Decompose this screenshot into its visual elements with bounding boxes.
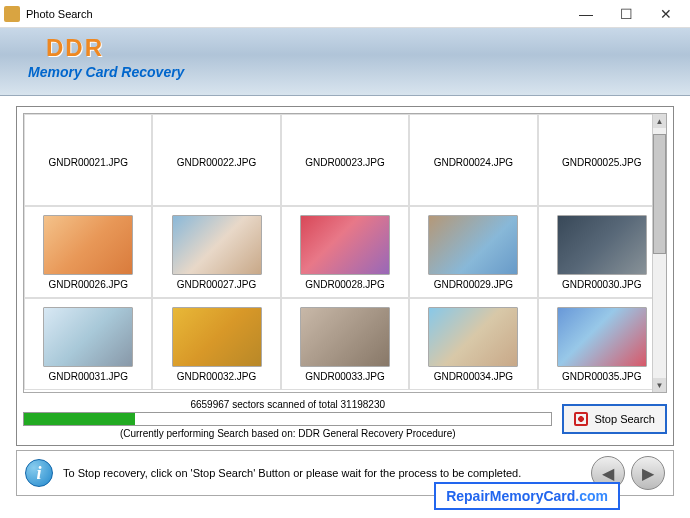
app-subtitle: Memory Card Recovery bbox=[28, 64, 674, 80]
thumbnail-image bbox=[428, 215, 518, 275]
file-name-label: GNDR00035.JPG bbox=[562, 371, 641, 382]
file-name-label: GNDR00021.JPG bbox=[48, 157, 127, 168]
thumbnail-image bbox=[428, 307, 518, 367]
procedure-status: (Currently performing Search based on: D… bbox=[120, 428, 456, 439]
watermark-badge: RepairMemoryCard.com bbox=[434, 482, 620, 510]
thumbnail-cell[interactable]: GNDR00021.JPG bbox=[24, 114, 152, 206]
app-icon bbox=[4, 6, 20, 22]
thumbnail-cell[interactable]: GNDR00028.JPG bbox=[281, 206, 409, 298]
thumbnail-image bbox=[172, 307, 262, 367]
header-panel: DDR Memory Card Recovery bbox=[0, 28, 690, 96]
file-name-label: GNDR00034.JPG bbox=[434, 371, 513, 382]
file-name-label: GNDR00031.JPG bbox=[48, 371, 127, 382]
file-name-label: GNDR00030.JPG bbox=[562, 279, 641, 290]
thumbnail-cell[interactable]: GNDR00030.JPG bbox=[538, 206, 666, 298]
thumbnail-cell[interactable]: GNDR00022.JPG bbox=[152, 114, 280, 206]
thumbnail-cell[interactable]: GNDR00027.JPG bbox=[152, 206, 280, 298]
progress-bar bbox=[23, 412, 552, 426]
brand-logo: DDR bbox=[46, 34, 674, 62]
file-name-label: GNDR00033.JPG bbox=[305, 371, 384, 382]
titlebar: Photo Search — ☐ ✕ bbox=[0, 0, 690, 28]
thumbnail-image bbox=[172, 215, 262, 275]
stop-search-label: Stop Search bbox=[594, 413, 655, 425]
file-name-label: GNDR00027.JPG bbox=[177, 279, 256, 290]
scroll-thumb[interactable] bbox=[653, 134, 666, 254]
thumbnail-cell[interactable]: GNDR00035.JPG bbox=[538, 298, 666, 390]
file-name-label: GNDR00026.JPG bbox=[48, 279, 127, 290]
file-name-label: GNDR00028.JPG bbox=[305, 279, 384, 290]
stop-icon bbox=[574, 412, 588, 426]
file-name-label: GNDR00029.JPG bbox=[434, 279, 513, 290]
scrollbar[interactable]: ▲ ▼ bbox=[652, 114, 666, 392]
file-name-label: GNDR00032.JPG bbox=[177, 371, 256, 382]
sectors-status: 6659967 sectors scanned of total 3119823… bbox=[190, 399, 385, 410]
thumbnail-cell[interactable]: GNDR00031.JPG bbox=[24, 298, 152, 390]
window-title: Photo Search bbox=[26, 8, 566, 20]
thumbnail-image bbox=[557, 307, 647, 367]
scroll-down-arrow[interactable]: ▼ bbox=[653, 378, 666, 392]
thumbnail-cell[interactable]: GNDR00033.JPG bbox=[281, 298, 409, 390]
footer-hint: To Stop recovery, click on 'Stop Search'… bbox=[63, 467, 585, 479]
file-name-label: GNDR00023.JPG bbox=[305, 157, 384, 168]
thumbnail-cell[interactable]: GNDR00032.JPG bbox=[152, 298, 280, 390]
scroll-up-arrow[interactable]: ▲ bbox=[653, 114, 666, 128]
file-name-label: GNDR00022.JPG bbox=[177, 157, 256, 168]
thumbnail-image bbox=[300, 307, 390, 367]
minimize-button[interactable]: — bbox=[566, 2, 606, 26]
close-button[interactable]: ✕ bbox=[646, 2, 686, 26]
content-panel: GNDR00021.JPGGNDR00022.JPGGNDR00023.JPGG… bbox=[16, 106, 674, 446]
stop-search-button[interactable]: Stop Search bbox=[562, 404, 667, 434]
forward-button[interactable]: ▶ bbox=[631, 456, 665, 490]
info-icon: i bbox=[25, 459, 53, 487]
thumbnail-cell[interactable]: GNDR00029.JPG bbox=[409, 206, 537, 298]
thumbnail-cell[interactable]: GNDR00034.JPG bbox=[409, 298, 537, 390]
thumbnail-cell[interactable]: GNDR00023.JPG bbox=[281, 114, 409, 206]
file-name-label: GNDR00024.JPG bbox=[434, 157, 513, 168]
thumbnail-image bbox=[43, 215, 133, 275]
thumbnail-image bbox=[43, 307, 133, 367]
thumbnail-cell[interactable]: GNDR00024.JPG bbox=[409, 114, 537, 206]
thumbnail-cell[interactable]: GNDR00026.JPG bbox=[24, 206, 152, 298]
watermark-name: RepairMemoryCard bbox=[446, 488, 575, 504]
progress-bar-fill bbox=[24, 413, 135, 425]
thumbnail-cell[interactable]: GNDR00025.JPG bbox=[538, 114, 666, 206]
maximize-button[interactable]: ☐ bbox=[606, 2, 646, 26]
thumbnail-image bbox=[557, 215, 647, 275]
file-name-label: GNDR00025.JPG bbox=[562, 157, 641, 168]
progress-row: 6659967 sectors scanned of total 3119823… bbox=[23, 399, 667, 439]
watermark-tld: .com bbox=[575, 488, 608, 504]
thumbnail-grid: GNDR00021.JPGGNDR00022.JPGGNDR00023.JPGG… bbox=[23, 113, 667, 393]
thumbnail-image bbox=[300, 215, 390, 275]
